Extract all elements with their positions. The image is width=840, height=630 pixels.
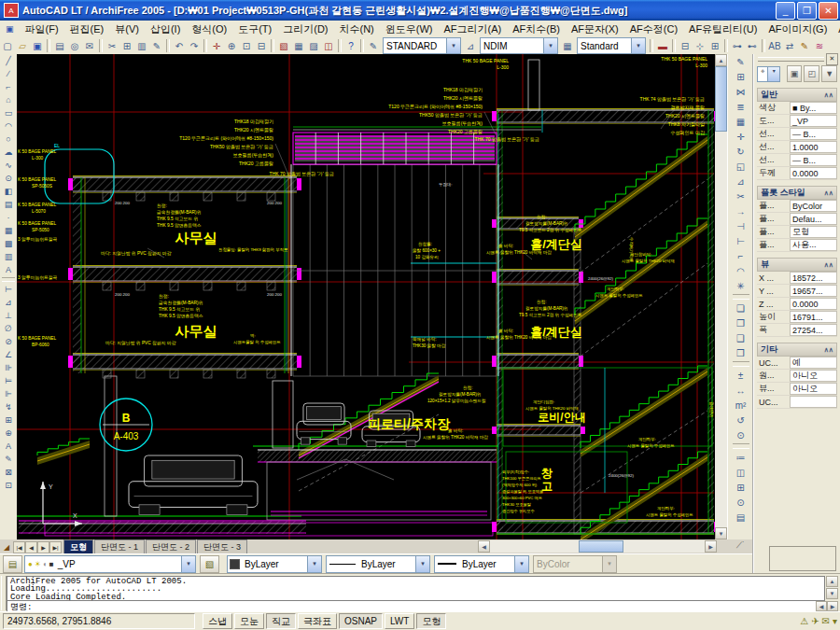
horizontal-scrollbar[interactable]: ◀ ▶: [478, 540, 717, 553]
tab-nav-3[interactable]: ▶|: [49, 541, 62, 553]
center-mark-icon[interactable]: ⊕: [1, 427, 16, 440]
preview-icon[interactable]: ◎: [67, 38, 82, 53]
hscroll-thumb[interactable]: [579, 540, 623, 553]
save-icon[interactable]: ▣: [30, 38, 45, 53]
chevron-down-icon[interactable]: ▾: [415, 556, 429, 572]
chamfer-icon[interactable]: ⌐: [731, 248, 751, 263]
publish-icon[interactable]: ✉: [82, 38, 97, 53]
id-point-icon[interactable]: ⊙: [731, 427, 751, 442]
table2-icon[interactable]: ▥: [1, 250, 16, 263]
polyline-icon[interactable]: ⌐: [1, 80, 16, 93]
status-toggle-LWT[interactable]: LWT: [385, 613, 414, 629]
mtext-icon[interactable]: A: [1, 263, 16, 276]
paste-icon[interactable]: ▥: [134, 38, 149, 53]
menu-item-그리기[interactable]: 그리기(D): [277, 22, 333, 36]
chevron-up-icon[interactable]: ∧∧: [824, 189, 833, 197]
property-value[interactable]: 0.0000: [790, 167, 837, 179]
match-properties-icon[interactable]: ✎: [149, 38, 164, 53]
copy-icon[interactable]: ⊞: [119, 38, 134, 53]
draworder-back-icon[interactable]: ❐: [731, 315, 751, 330]
property-value[interactable]: 모형: [790, 226, 837, 238]
property-value[interactable]: 예: [790, 357, 837, 369]
dim-style-combo[interactable]: NDIM▾: [480, 37, 558, 54]
copy-object-icon[interactable]: ⊞: [731, 69, 751, 84]
find-icon[interactable]: ▧: [276, 38, 291, 53]
chevron-up-icon[interactable]: ∧∧: [824, 91, 833, 99]
xline-icon[interactable]: ∕: [1, 67, 16, 80]
menu-item-윈도우[interactable]: 윈도우(W): [380, 22, 439, 36]
menu-item-AF수정[interactable]: AF수정(C): [624, 22, 683, 36]
dim-diameter-icon[interactable]: ⊘: [1, 335, 16, 348]
list-icon[interactable]: ≔: [731, 450, 751, 465]
zoom-previous-icon[interactable]: ⊟: [254, 38, 269, 53]
menu-item-AF이미지[interactable]: AF이미지(G): [763, 22, 833, 36]
palette-close-icon[interactable]: ✕: [826, 53, 838, 65]
point-icon[interactable]: ·: [1, 211, 16, 224]
tab-nav-0[interactable]: |◀: [13, 541, 25, 553]
dim-edit-icon[interactable]: ⊞: [707, 38, 722, 53]
dim-center-icon[interactable]: ⊹: [693, 38, 707, 53]
zoom-window-icon[interactable]: ⊡: [239, 38, 254, 53]
dim-style-combo-icon[interactable]: ⊿: [463, 38, 478, 53]
spline-icon[interactable]: ∿: [1, 159, 16, 172]
property-value[interactable]: 16791...: [790, 311, 837, 323]
scroll-right-icon[interactable]: ▶: [827, 601, 838, 611]
close-button[interactable]: ✕: [819, 2, 838, 20]
property-value[interactable]: 27254...: [790, 324, 837, 336]
tab-menu-icon[interactable]: ◢: [0, 541, 13, 553]
menu-item-치수[interactable]: 치수(N): [334, 22, 380, 36]
new-icon[interactable]: ▢: [0, 38, 15, 53]
setvar-icon[interactable]: ⊙: [731, 495, 751, 510]
restore-button[interactable]: ❐: [797, 2, 817, 20]
property-value[interactable]: _VP: [790, 115, 837, 127]
scale-icon[interactable]: ◱: [731, 159, 751, 174]
property-value[interactable]: 18572...: [790, 272, 837, 284]
scroll-right-icon[interactable]: ▶: [705, 540, 717, 553]
menu-item-AF기본심볼[interactable]: AF기본심볼(L): [833, 22, 840, 36]
menu-item-AF유틸리티[interactable]: AF유틸리티(U): [683, 22, 763, 36]
extend-icon[interactable]: →: [731, 203, 751, 218]
stretch-icon[interactable]: ⊿: [731, 174, 751, 189]
table-style-combo[interactable]: Standard▾: [577, 37, 646, 54]
palette-section-header[interactable]: 일반∧∧: [757, 88, 837, 102]
chevron-down-icon[interactable]: ▾: [514, 556, 528, 572]
dim-aligned-icon[interactable]: ⊿: [1, 296, 16, 309]
property-value[interactable]: 사용...: [790, 239, 837, 251]
palette-section-header[interactable]: 기타∧∧: [757, 343, 837, 357]
array-icon[interactable]: ▦: [731, 114, 751, 129]
menu-item-도구[interactable]: 도구(T): [232, 22, 277, 36]
menu-item-AF그리기[interactable]: AF그리기(A): [439, 22, 508, 36]
scroll-up-icon[interactable]: ▲: [715, 54, 727, 66]
property-value[interactable]: [790, 396, 837, 408]
property-value[interactable]: ByColor: [790, 200, 837, 212]
drawing-canvas[interactable]: 사무실사무실홀/계단실홀/계단실피로티/주차장로비/안내창고BA-403THK1…: [17, 54, 715, 539]
dim-style3-icon[interactable]: ⊡: [1, 479, 16, 492]
palette-section-header[interactable]: 플롯 스타일∧∧: [757, 186, 837, 200]
chevron-up-icon[interactable]: ∧∧: [824, 346, 833, 354]
status-toggle-극좌표[interactable]: 극좌표: [298, 613, 337, 629]
property-value[interactable]: 0.0000: [790, 298, 837, 310]
ellipse-icon[interactable]: ⊙: [1, 172, 16, 185]
chevron-down-icon[interactable]: ▾: [307, 556, 321, 572]
table-icon[interactable]: ▦: [291, 38, 306, 53]
draworder-under-icon[interactable]: ❒: [731, 345, 751, 360]
select-objects-icon[interactable]: ◰: [804, 65, 819, 82]
dim-linear-icon[interactable]: ▬: [655, 38, 670, 53]
print-icon[interactable]: ▤: [52, 38, 67, 53]
break-icon[interactable]: ⊢: [731, 233, 751, 248]
text-style-combo[interactable]: STANDARD▾: [383, 37, 461, 54]
menu-item-형식[interactable]: 형식(O): [186, 22, 232, 36]
palette-grip[interactable]: ✕: [754, 54, 840, 63]
tray-menu-icon[interactable]: ▾: [833, 616, 837, 626]
open-icon[interactable]: ▱: [15, 38, 30, 53]
markup-icon[interactable]: ◫: [321, 38, 336, 53]
scroll-thumb[interactable]: [715, 66, 727, 132]
scroll-down-icon[interactable]: ▼: [826, 588, 838, 599]
scroll-left-icon[interactable]: ◀: [816, 601, 827, 611]
tab-단면도 - 3[interactable]: 단면도 - 3: [197, 539, 247, 553]
zoom-realtime-icon[interactable]: ⊕: [224, 38, 239, 53]
revcloud-icon[interactable]: ☁: [1, 146, 16, 159]
redo-icon[interactable]: ↷: [187, 38, 202, 53]
property-value[interactable]: 19657...: [790, 285, 837, 297]
dim-leader-icon[interactable]: ⊷: [745, 38, 760, 53]
